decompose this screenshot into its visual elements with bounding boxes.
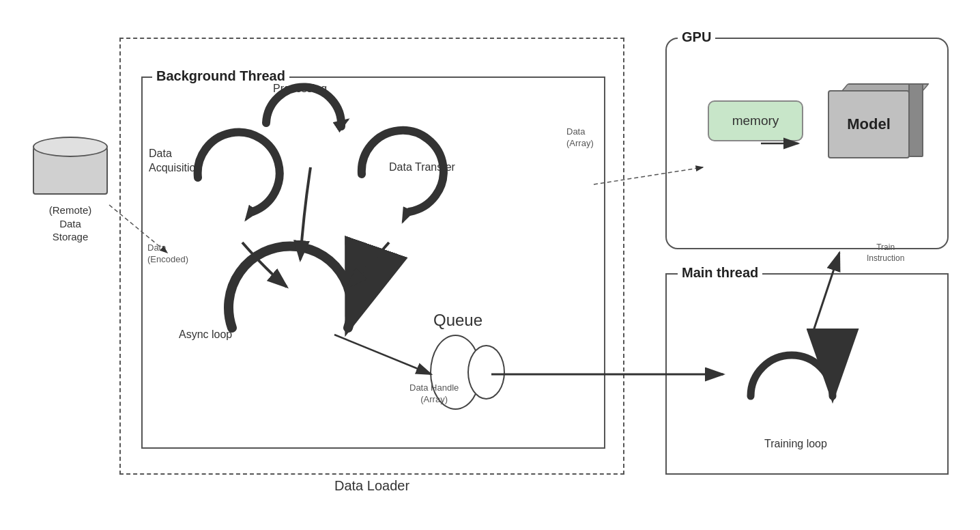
data-encoded-label: Data(Encoded)	[147, 242, 188, 266]
gpu-box: GPU memory Model	[665, 38, 949, 249]
remote-storage: (Remote) Data Storage	[33, 137, 108, 244]
data-acquisition-label: DataAcquisition	[149, 147, 201, 176]
data-transfer-label: Data Transfer	[389, 161, 455, 175]
model-front-face: Model	[828, 90, 910, 158]
processing-label: Processing	[273, 82, 327, 96]
diagram-container: (Remote) Data Storage Background Thread …	[0, 0, 980, 530]
train-instruction-label: TrainInstruction	[867, 242, 904, 264]
model-right-face	[908, 83, 923, 157]
data-loader-box: Background Thread Data Loader	[119, 38, 624, 475]
cylinder-top	[33, 137, 108, 157]
data-handle-label: Data Handle(Array)	[409, 382, 459, 406]
data-array-label: Data(Array)	[566, 126, 594, 150]
data-loader-label: Data Loader	[334, 478, 409, 494]
training-loop-label: Training loop	[764, 437, 827, 451]
memory-box: memory	[708, 100, 803, 141]
queue-ellipse-small	[467, 345, 505, 400]
async-loop-label: Async loop	[179, 328, 232, 342]
storage-label: (Remote) Data Storage	[33, 204, 108, 244]
gpu-label: GPU	[678, 29, 715, 45]
queue-label: Queue	[433, 311, 482, 330]
model-label: Model	[847, 115, 891, 133]
memory-label: memory	[732, 113, 779, 128]
background-thread-box: Background Thread	[141, 76, 605, 449]
main-thread-label: Main thread	[678, 265, 762, 281]
background-thread-label: Background Thread	[152, 68, 289, 84]
